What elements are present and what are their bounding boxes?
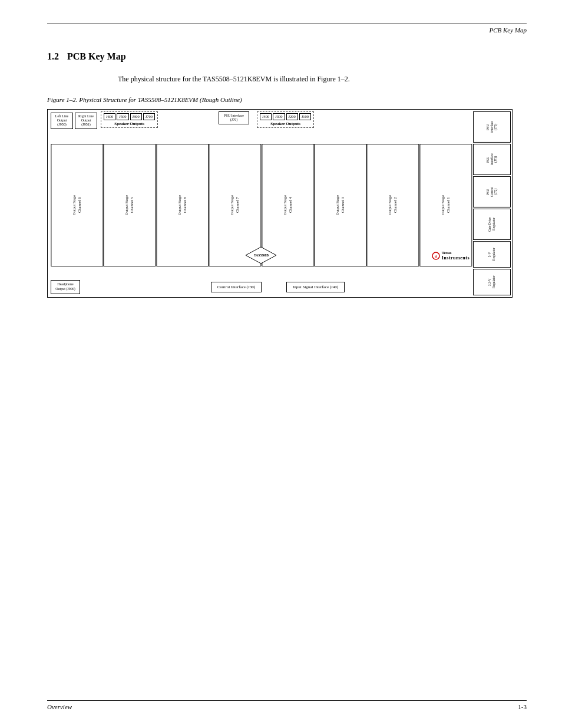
j100-box: J100 [299, 113, 311, 120]
intro-paragraph: The physical structure for the TAS5508–5… [118, 75, 350, 83]
right-line-output-label: Right Line Output (J951) [77, 114, 95, 127]
intro-text: The physical structure for the TAS5508–5… [118, 74, 527, 84]
section-number: 1.2 [47, 51, 59, 61]
psu-control-j72: PSUControl(J72) [473, 176, 511, 207]
tas5508b-container: TAS5508B [51, 246, 472, 265]
j500-box: J500 [117, 113, 128, 120]
page-footer: Overview 1-3 [47, 700, 527, 710]
j400-box: J400 [260, 113, 272, 120]
left-line-output-label: Left Line Output (J950) [52, 114, 71, 127]
input-signal-box: Input Signal Interface (J40) [286, 282, 345, 292]
j300-box: J300 [273, 113, 285, 120]
psu-interface-j73: PSUInterface(J73) [473, 111, 511, 143]
right-speaker-outputs: J400 J300 J200 J100 Speaker Outputs [257, 111, 314, 128]
3-3v-regulator: 3.3-VRegulator [473, 269, 511, 295]
pcb-diagram: Left Line Output (J950) Right Line Outpu… [47, 109, 513, 298]
figure-caption: Figure 1–2. Physical Structure for TAS55… [47, 96, 527, 103]
tas5508b-label: TAS5508B [254, 253, 269, 257]
right-psu-column: PSUInterface(J73) PSUInterface(J71) PSUC… [473, 111, 511, 295]
psu-interface-j71: PSUInterface(J71) [473, 144, 511, 175]
left-line-output-box: Left Line Output (J950) [51, 113, 73, 129]
ti-logo-icon: ti [432, 252, 440, 260]
psu-interface-j70: PSU Interface (J70) [219, 111, 249, 124]
bottom-row: Headphone Output (J900) Control Interfac… [51, 280, 472, 294]
j200-box: J200 [286, 113, 298, 120]
page-container: PCB Key Map 1.2 PCB Key Map The physical… [0, 0, 562, 728]
header-title: PCB Key Map [489, 27, 527, 34]
headphone-output-label: Headphone Output (J900) [52, 282, 78, 292]
left-speaker-outputs: J600 J500 J800 J700 Speaker Outputs [101, 111, 158, 128]
svg-text:ti: ti [435, 254, 437, 259]
j700-box: J700 [143, 113, 155, 120]
ti-name-line1: Texas [442, 251, 470, 255]
input-signal-label: Input Signal Interface (J40) [293, 285, 338, 289]
gate-drive-regulator: Gate DriveRegulator [473, 209, 511, 240]
ti-logo: ti Texas Instruments [432, 251, 470, 261]
right-speaker-connectors: J400 J300 J200 J100 [260, 113, 311, 120]
headphone-output-box: Headphone Output (J900) [51, 280, 80, 294]
header-rule [47, 24, 527, 24]
tas5508b-diamond: TAS5508B [245, 246, 277, 265]
right-speaker-label: Speaker Outputs [260, 121, 311, 126]
j800-box: J800 [130, 113, 142, 120]
control-interface-label: Control Interface (J30) [217, 285, 255, 289]
j600-box: J600 [104, 113, 115, 120]
left-speaker-label: Speaker Outputs [104, 121, 155, 126]
left-speaker-connectors: J600 J500 J800 J700 [104, 113, 155, 120]
section-name: PCB Key Map [67, 51, 126, 61]
footer-page: 1-3 [518, 703, 527, 710]
control-interface-box: Control Interface (J30) [211, 282, 262, 292]
section-title: 1.2 PCB Key Map [47, 51, 527, 62]
footer-section: Overview [47, 703, 72, 710]
page-header: PCB Key Map [47, 27, 527, 34]
left-outputs-group: Left Line Output (J950) Right Line Outpu… [51, 113, 97, 129]
psu-j70-label: PSU Interface (J70) [220, 114, 247, 122]
right-line-output-box: Right Line Output (J951) [75, 113, 97, 129]
ti-name-line2: Instruments [442, 255, 470, 261]
5v-regulator: 5-VRegulator [473, 241, 511, 268]
